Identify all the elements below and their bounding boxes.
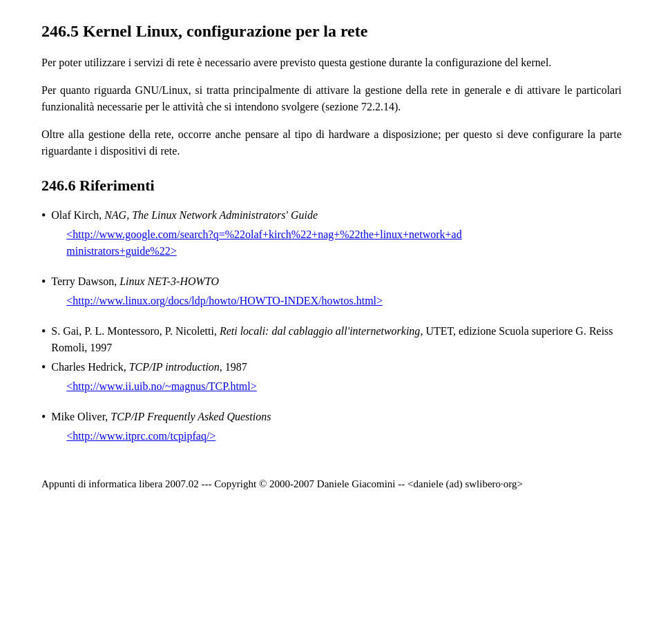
paragraph-2: Per quanto riguarda GNU/Linux, si tratta… (41, 82, 622, 115)
ref-item-2: • Terry Dawson, Linux NET-3-HOWTO <http:… (41, 273, 622, 320)
ref-item-4: • Charles Hedrick, TCP/IP introduction, … (41, 359, 622, 406)
ref-5-main: Mike Oliver, TCP/IP Frequently Asked Que… (51, 411, 271, 422)
ref-4-url-block: <http://www.ii.uib.no/~magnus/TCP.html> (66, 378, 622, 395)
ref-content-3: S. Gai, P. L. Montessoro, P. Nicoletti, … (51, 323, 622, 356)
ref-2-main: Terry Dawson, Linux NET-3-HOWTO (51, 275, 219, 287)
ref-1-url-block: <http://www.google.com/search?q=%22olaf+… (66, 226, 622, 260)
ref-5-url-block: <http://www.itprc.com/tcpipfaq/> (66, 428, 622, 445)
paragraph-3: Oltre alla gestione della rete, occorre … (41, 126, 622, 159)
bullet-2: • (41, 273, 46, 291)
bullet-4: • (41, 359, 46, 376)
ref-item-5: • Mike Oliver, TCP/IP Frequently Asked Q… (41, 409, 622, 456)
ref-content-4: Charles Hedrick, TCP/IP introduction, 19… (51, 359, 622, 406)
bullet-5: • (41, 409, 46, 426)
bullet-1: • (41, 207, 46, 224)
ref-item-3: • S. Gai, P. L. Montessoro, P. Nicoletti… (41, 323, 622, 356)
page-container: 246.5 Kernel Linux, configurazione per l… (0, 0, 663, 519)
ref-4-main: Charles Hedrick, TCP/IP introduction, 19… (51, 361, 247, 373)
sub-title: 246.6 Riferimenti (41, 176, 622, 196)
bullet-3: • (41, 323, 46, 340)
paragraph-1: Per poter utilizzare i servizi di rete è… (41, 55, 622, 71)
ref-4-url[interactable]: <http://www.ii.uib.no/~magnus/TCP.html> (66, 380, 256, 392)
ref-content-2: Terry Dawson, Linux NET-3-HOWTO <http://… (51, 273, 622, 320)
ref-1-url[interactable]: <http://www.google.com/search?q=%22olaf+… (66, 228, 461, 257)
main-title: 246.5 Kernel Linux, configurazione per l… (41, 21, 622, 42)
ref-content-1: Olaf Kirch, NAG, The Linux Network Admin… (51, 207, 622, 271)
ref-1-main: Olaf Kirch, NAG, The Linux Network Admin… (51, 209, 318, 221)
references-section: • Olaf Kirch, NAG, The Linux Network Adm… (41, 207, 622, 456)
footer-text: Appunti di informatica libera 2007.02 --… (41, 476, 622, 492)
ref-2-url[interactable]: <http://www.linux.org/docs/ldp/howto/HOW… (66, 295, 383, 306)
ref-item-1: • Olaf Kirch, NAG, The Linux Network Adm… (41, 207, 622, 271)
ref-2-url-block: <http://www.linux.org/docs/ldp/howto/HOW… (66, 293, 622, 309)
ref-5-url[interactable]: <http://www.itprc.com/tcpipfaq/> (66, 430, 215, 442)
ref-content-5: Mike Oliver, TCP/IP Frequently Asked Que… (51, 409, 622, 456)
ref-3-main: S. Gai, P. L. Montessoro, P. Nicoletti, … (51, 325, 613, 353)
